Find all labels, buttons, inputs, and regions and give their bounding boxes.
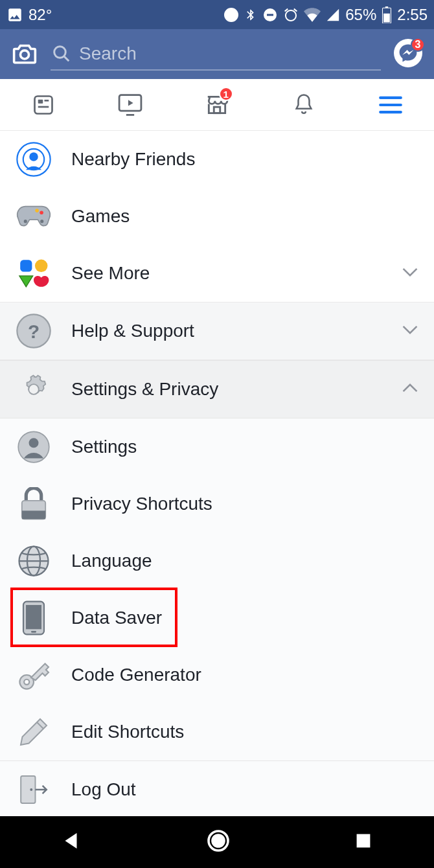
menu-label: Log Out	[71, 779, 418, 800]
temperature-text: 82°	[29, 6, 52, 24]
menu-label: Games	[71, 206, 418, 227]
menu-item-code-generator[interactable]: Code Generator	[0, 646, 434, 703]
watch-icon	[117, 93, 143, 117]
menu-item-help-support[interactable]: ? Help & Support	[0, 303, 434, 360]
marketplace-badge: 1	[219, 87, 233, 101]
chevron-down-icon	[402, 267, 418, 280]
svg-point-28	[40, 211, 43, 214]
svg-rect-43	[31, 631, 36, 633]
svg-rect-13	[38, 99, 43, 103]
menu-label: Nearby Friends	[71, 149, 418, 170]
tab-watch[interactable]	[87, 79, 174, 130]
clock-text: 2:55	[397, 6, 428, 24]
lock-icon	[16, 486, 52, 522]
svg-point-8	[20, 50, 29, 58]
svg-rect-18	[214, 107, 220, 113]
person-icon	[16, 429, 52, 465]
menu-item-settings[interactable]: Settings	[0, 418, 434, 475]
pencil-icon	[16, 714, 52, 750]
tab-marketplace[interactable]: 1	[174, 79, 260, 130]
menu-item-log-out[interactable]: Log Out	[0, 760, 434, 817]
menu-item-privacy-shortcuts[interactable]: Privacy Shortcuts	[0, 475, 434, 532]
menu-item-nearby-friends[interactable]: Nearby Friends	[0, 131, 434, 188]
menu-label: Language	[71, 551, 418, 571]
search-input[interactable]	[79, 43, 380, 64]
cellular-icon	[326, 8, 340, 22]
svg-rect-37	[22, 510, 45, 519]
tab-bar: 1	[0, 79, 434, 131]
battery-icon	[382, 6, 392, 23]
games-icon	[16, 198, 52, 234]
nearby-friends-icon	[16, 141, 52, 177]
alarm-icon	[283, 7, 299, 23]
menu-label: Data Saver	[71, 608, 418, 628]
gear-icon	[16, 371, 52, 407]
menu-item-settings-privacy[interactable]: Settings & Privacy	[0, 361, 434, 418]
menu-label: Settings	[71, 437, 418, 457]
svg-point-48	[30, 788, 32, 791]
svg-point-26	[40, 220, 43, 223]
svg-point-50	[212, 835, 224, 847]
tab-notifications[interactable]	[260, 79, 347, 130]
key-icon	[16, 657, 52, 693]
menu-item-language[interactable]: Language	[0, 532, 434, 589]
camera-icon[interactable]	[12, 41, 38, 67]
bell-icon	[293, 93, 315, 117]
battery-percent-text: 65%	[345, 6, 376, 24]
svg-point-27	[35, 209, 39, 212]
menu-item-data-saver[interactable]: Data Saver	[0, 589, 434, 646]
menu-item-edit-shortcuts[interactable]: Edit Shortcuts	[0, 703, 434, 760]
chevron-up-icon	[402, 383, 418, 396]
search-icon	[52, 44, 71, 63]
nav-home-button[interactable]	[207, 829, 230, 855]
do-not-disturb-icon	[262, 7, 278, 23]
svg-point-30	[35, 260, 47, 273]
menu-label: See More	[71, 263, 382, 284]
menu-label: Help & Support	[71, 321, 382, 341]
svg-rect-6	[385, 6, 388, 8]
android-status-bar: 82° 65% 2:55	[0, 0, 434, 29]
svg-rect-4	[267, 14, 273, 16]
menu-label: Settings & Privacy	[71, 379, 382, 400]
svg-point-33	[29, 384, 39, 394]
svg-rect-51	[356, 834, 370, 848]
menu-list: Nearby Friends Games See More ? Help & S…	[0, 131, 434, 817]
svg-point-25	[24, 220, 27, 223]
search-field-wrap[interactable]	[51, 38, 381, 71]
status-left: 82°	[6, 6, 52, 24]
wifi-icon	[304, 8, 321, 22]
svg-point-35	[29, 438, 39, 448]
svg-point-9	[54, 46, 66, 58]
svg-line-10	[64, 56, 69, 61]
svg-point-24	[29, 152, 38, 161]
chevron-down-icon	[402, 325, 418, 337]
bluetooth-icon	[244, 7, 257, 23]
menu-item-see-more[interactable]: See More	[0, 245, 434, 302]
hamburger-icon	[378, 95, 403, 115]
svg-rect-47	[21, 775, 35, 803]
menu-label: Code Generator	[71, 665, 418, 685]
svg-rect-42	[26, 605, 41, 629]
messenger-badge: 3	[411, 38, 425, 52]
messenger-button[interactable]: 3	[394, 39, 422, 70]
app-header: 3	[0, 29, 434, 79]
see-more-icon	[16, 255, 52, 291]
menu-label: Edit Shortcuts	[71, 722, 418, 742]
help-icon: ?	[16, 313, 52, 349]
news-feed-icon	[32, 93, 55, 117]
settings-privacy-subsection: Settings Privacy Shortcuts Language Data…	[0, 418, 434, 817]
tab-menu[interactable]	[347, 79, 434, 130]
nav-recent-button[interactable]	[355, 832, 372, 852]
svg-rect-12	[35, 96, 52, 113]
data-usage-icon	[223, 7, 239, 23]
globe-icon	[16, 543, 52, 579]
menu-label: Privacy Shortcuts	[71, 494, 418, 514]
menu-item-games[interactable]: Games	[0, 188, 434, 245]
nav-back-button[interactable]	[62, 831, 82, 853]
status-right: 65% 2:55	[223, 6, 428, 24]
android-nav-bar	[0, 816, 434, 868]
svg-point-45	[24, 680, 29, 685]
tab-news-feed[interactable]	[0, 79, 87, 130]
svg-rect-29	[20, 260, 32, 271]
svg-text:?: ?	[28, 321, 40, 342]
